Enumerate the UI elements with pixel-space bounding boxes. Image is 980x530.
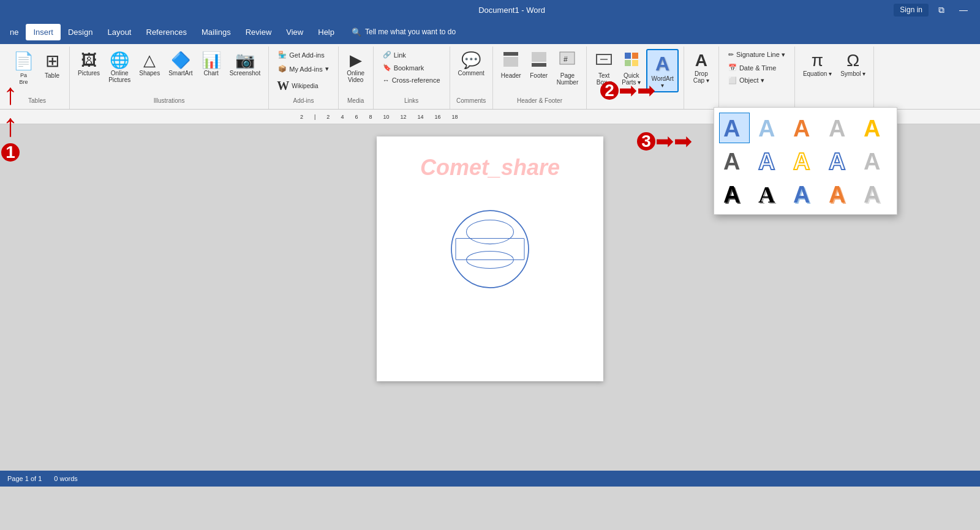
- svg-point-12: [451, 211, 529, 288]
- table-button[interactable]: ⊞ Table: [40, 49, 64, 81]
- addins-group-label: Add-ins: [293, 97, 314, 106]
- get-addins-button[interactable]: 🏪 Get Add-ins: [274, 49, 328, 61]
- wordart-icon: A: [655, 53, 669, 75]
- wordart-item-9[interactable]: A: [824, 146, 855, 176]
- status-bar: Page 1 of 1 0 words: [0, 471, 980, 487]
- screenshot-button[interactable]: 📷 Screenshot: [227, 49, 264, 78]
- online-pictures-button[interactable]: 🌐 OnlinePictures: [105, 49, 134, 85]
- shapes-icon: △: [143, 51, 156, 70]
- chart-button[interactable]: 📊 Chart: [198, 49, 224, 78]
- wordart-item-14[interactable]: AA: [824, 179, 855, 209]
- wordart-item-6[interactable]: A: [719, 146, 750, 176]
- wikipedia-button[interactable]: W Wikipedia: [274, 77, 321, 95]
- link-button[interactable]: 🔗 Link: [379, 49, 445, 61]
- menu-item-insert[interactable]: Insert: [26, 24, 61, 40]
- footer-button[interactable]: Footer: [527, 49, 551, 81]
- wordart-grid: A A A A A A A A A A AA: [719, 113, 892, 209]
- object-icon: ⬜: [728, 77, 737, 84]
- menu-item-help[interactable]: Help: [311, 24, 342, 40]
- date-time-button[interactable]: 📅 Date & Time: [724, 62, 790, 73]
- bookmark-icon: 🔖: [383, 64, 391, 72]
- wordart-item-13[interactable]: AA: [789, 179, 820, 209]
- svg-text:A: A: [864, 149, 880, 174]
- cross-reference-button[interactable]: ↔ Cross-reference: [379, 75, 445, 86]
- menu-item-mailings[interactable]: Mailings: [194, 24, 238, 40]
- menu-bar: ne Insert Design Layout References Maili…: [0, 20, 980, 44]
- wordart-item-2[interactable]: A: [754, 113, 785, 143]
- get-addins-icon: 🏪: [278, 51, 287, 59]
- wordart-item-8[interactable]: A: [789, 146, 820, 176]
- ruler-mark: 14: [417, 114, 423, 120]
- search-label: Tell me what you want to do: [365, 28, 456, 36]
- quick-parts-label: QuickParts ▾: [622, 72, 641, 86]
- media-group-label: Media: [347, 97, 364, 106]
- drop-cap-button[interactable]: A DropCap ▾: [689, 49, 714, 86]
- wordart-item-3[interactable]: A: [789, 113, 820, 143]
- text-box-button[interactable]: TextBox ▾: [592, 49, 616, 88]
- menu-item-layout[interactable]: Layout: [100, 24, 138, 40]
- wordart-item-11[interactable]: AA: [719, 179, 750, 209]
- menu-item-ne[interactable]: ne: [2, 24, 26, 40]
- minimize-button[interactable]: —: [954, 4, 973, 17]
- ruler-mark: 4: [341, 114, 344, 120]
- svg-text:A: A: [758, 182, 775, 207]
- restore-button[interactable]: ⧉: [933, 4, 949, 17]
- screenshot-icon: 📷: [235, 51, 255, 70]
- ribbon-group-equation: π Equation ▾ Ω Symbol ▾: [795, 47, 874, 109]
- page-number-button[interactable]: # PageNumber: [554, 49, 582, 88]
- svg-text:A: A: [723, 182, 740, 207]
- tables-group-label: Tables: [28, 97, 46, 106]
- symbol-button[interactable]: Ω Symbol ▾: [837, 49, 869, 79]
- shapes-button[interactable]: △ Shapes: [136, 49, 163, 78]
- ruler-mark: 2: [300, 114, 303, 120]
- page-number-icon: #: [559, 51, 576, 72]
- sign-in-button[interactable]: Sign in: [894, 4, 929, 17]
- svg-text:A: A: [723, 116, 740, 141]
- pages-button[interactable]: 📄 PaBre: [10, 49, 37, 88]
- date-time-label: Date & Time: [739, 64, 777, 72]
- wordart-item-10[interactable]: A: [859, 146, 890, 176]
- wordart-item-5[interactable]: A: [859, 113, 890, 143]
- menu-item-review[interactable]: Review: [238, 24, 279, 40]
- svg-rect-2: [532, 52, 546, 62]
- svg-point-14: [467, 220, 514, 244]
- wordart-item-7[interactable]: A: [754, 146, 785, 176]
- header-button[interactable]: Header: [498, 49, 524, 81]
- ribbon-group-addins: 🏪 Get Add-ins 📦 My Add-ins ▾ W Wikipedia…: [269, 47, 338, 109]
- ribbon-group-illustrations: 🖼 Pictures 🌐 OnlinePictures △ Shapes 🔷 S…: [70, 47, 269, 109]
- bookmark-button[interactable]: 🔖 Bookmark: [379, 62, 445, 73]
- wordart-item-4[interactable]: A: [824, 113, 855, 143]
- menu-item-view[interactable]: View: [279, 24, 311, 40]
- quick-parts-button[interactable]: QuickParts ▾: [619, 49, 644, 88]
- pages-icon: 📄: [13, 51, 34, 71]
- wordart-item-12[interactable]: AA: [754, 179, 785, 209]
- menu-item-design[interactable]: Design: [61, 24, 100, 40]
- svg-text:A: A: [793, 182, 810, 207]
- equation-button[interactable]: π Equation ▾: [800, 49, 835, 79]
- wordart-item-1[interactable]: A: [719, 113, 750, 143]
- comment-icon: 💬: [461, 51, 481, 70]
- signature-line-button[interactable]: ✏ Signature Line ▾: [724, 49, 790, 61]
- wordart-item-15[interactable]: AA: [859, 179, 890, 209]
- svg-rect-11: [632, 60, 638, 66]
- object-button[interactable]: ⬜ Object ▾: [724, 75, 790, 86]
- wordart-button[interactable]: A WordArt▾: [646, 49, 679, 92]
- ribbon-group-tables: 📄 PaBre ⊞ Table Tables: [5, 47, 70, 109]
- cross-reference-label: Cross-reference: [392, 77, 440, 84]
- link-icon: 🔗: [383, 51, 391, 59]
- my-addins-button[interactable]: 📦 My Add-ins ▾: [274, 63, 333, 75]
- ribbon-group-comments: 💬 Comment Comments: [450, 47, 493, 109]
- page-watermark: Comet_share: [420, 155, 560, 181]
- comment-button[interactable]: 💬 Comment: [455, 49, 488, 78]
- menu-item-references[interactable]: References: [139, 24, 194, 40]
- svg-rect-10: [625, 60, 631, 66]
- drop-cap-icon: A: [695, 51, 707, 70]
- svg-rect-3: [532, 63, 546, 67]
- ruler-mark: 10: [383, 114, 389, 120]
- svg-text:A: A: [723, 149, 740, 174]
- ribbon: 📄 PaBre ⊞ Table Tables 🖼 Pictures 🌐 Onli…: [0, 44, 980, 110]
- smartart-button[interactable]: 🔷 SmartArt: [165, 49, 195, 78]
- online-video-button[interactable]: ▶ OnlineVideo: [344, 49, 368, 85]
- online-video-icon: ▶: [350, 51, 362, 70]
- pictures-button[interactable]: 🖼 Pictures: [75, 49, 103, 78]
